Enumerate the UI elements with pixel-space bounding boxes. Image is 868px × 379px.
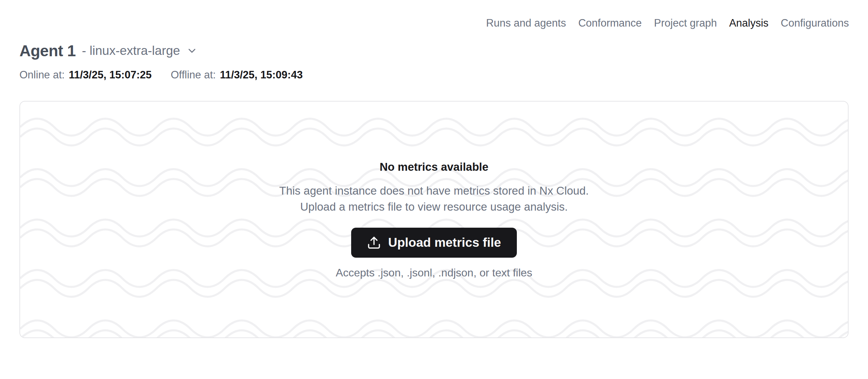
nav-item-project-graph[interactable]: Project graph (654, 17, 717, 29)
page-title: Agent 1 (19, 42, 76, 60)
online-label: Online at: (19, 68, 65, 82)
online-value: 11/3/25, 15:07:25 (69, 68, 152, 82)
offline-label: Offline at: (171, 68, 216, 82)
agent-analysis-page: Runs and agents Conformance Project grap… (0, 0, 868, 379)
agent-launch-template: - linux-extra-large (82, 44, 180, 58)
accepted-file-types: Accepts .json, .jsonl, .ndjson, or text … (336, 267, 532, 279)
empty-state-description-line2: Upload a metrics file to view resource u… (300, 199, 568, 215)
chevron-down-icon (186, 45, 198, 57)
empty-state: No metrics available This agent instance… (20, 102, 848, 337)
online-time: Online at: 11/3/25, 15:07:25 (19, 68, 152, 82)
nav-item-conformance[interactable]: Conformance (578, 17, 642, 29)
upload-metrics-file-button[interactable]: Upload metrics file (351, 228, 517, 258)
upload-icon (367, 236, 381, 250)
agent-selector-toggle[interactable] (186, 45, 198, 57)
metrics-empty-card: No metrics available This agent instance… (19, 101, 849, 338)
agent-times-row: Online at: 11/3/25, 15:07:25 Offline at:… (19, 68, 849, 82)
upload-button-label: Upload metrics file (388, 236, 501, 250)
agent-title-row: Agent 1 - linux-extra-large (19, 42, 849, 60)
empty-state-description-line1: This agent instance does not have metric… (279, 183, 589, 199)
agent-header: Agent 1 - linux-extra-large Online at: 1… (0, 42, 868, 82)
nav-item-runs-and-agents[interactable]: Runs and agents (486, 17, 566, 29)
offline-time: Offline at: 11/3/25, 15:09:43 (171, 68, 303, 82)
empty-state-heading: No metrics available (379, 160, 488, 174)
top-nav: Runs and agents Conformance Project grap… (0, 0, 868, 29)
offline-value: 11/3/25, 15:09:43 (220, 68, 303, 82)
nav-item-analysis[interactable]: Analysis (729, 17, 768, 29)
nav-item-configurations[interactable]: Configurations (781, 17, 849, 29)
